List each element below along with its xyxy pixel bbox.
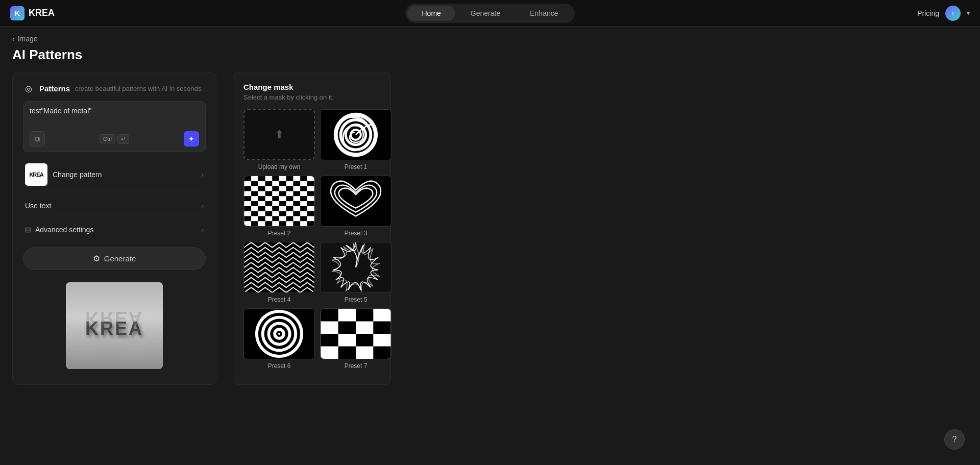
preset4-label: Preset 4 [268,296,291,303]
panel-title: Patterns [39,84,70,93]
advanced-settings-left: ⊟ Advanced settings [25,226,93,234]
panel-header: ◎ Patterns create beautiful patterns wit… [23,83,206,94]
mask-item-preset1[interactable]: Preset 1 [320,109,391,170]
svg-rect-56 [321,176,390,226]
tab-home[interactable]: Home [407,6,455,21]
change-pattern-left: KREA Change pattern [25,163,102,186]
upload-icon: ⬆ [275,128,284,141]
send-button[interactable]: ✦ [184,131,199,146]
svg-rect-73 [373,322,390,334]
shortcut-key2: ↵ [117,134,129,144]
mask-grid: ⬆ Upload my own [243,109,380,370]
copy-button[interactable]: ⧉ [30,131,45,146]
send-icon: ✦ [188,135,194,143]
svg-rect-11 [251,181,258,186]
right-panel: Change mask Select a mask by clicking on… [233,72,391,385]
svg-rect-26 [244,196,251,201]
tab-generate[interactable]: Generate [456,6,514,21]
help-button[interactable]: ? [944,429,965,450]
svg-text:KREA: KREA [85,308,143,329]
svg-rect-22 [265,191,273,196]
app-logo[interactable]: K KREA [10,6,55,20]
pricing-link[interactable]: Pricing [917,9,939,17]
svg-rect-9 [286,176,293,181]
panel-subtitle: create beautiful patterns with AI in sec… [75,85,203,92]
preset1-label: Preset 1 [345,163,368,170]
svg-rect-55 [307,221,314,226]
advanced-settings-row[interactable]: ⊟ Advanced settings › [23,222,206,238]
preset6-label: Preset 6 [268,362,291,370]
svg-rect-49 [286,216,293,221]
svg-rect-34 [293,201,300,206]
mask-item-upload[interactable]: ⬆ Upload my own [243,109,315,170]
mask-preview-preset1 [320,109,391,160]
svg-rect-23 [279,191,286,196]
page-header: ‹ Image AI Patterns [0,27,980,67]
preset3-label: Preset 3 [345,230,368,237]
mask-preview-preset4 [243,242,315,293]
svg-rect-30 [300,196,307,201]
generate-button[interactable]: ⚙ Generate [23,247,206,270]
topnav-right: Pricing i ▾ [917,6,970,21]
svg-point-68 [278,333,280,335]
svg-rect-39 [286,206,293,211]
logo-text: KREA [29,8,55,18]
mask-item-preset2[interactable]: Preset 2 [243,176,315,237]
topnav: K KREA Home Generate Enhance Pricing i ▾ [0,0,980,27]
svg-rect-33 [279,201,286,206]
svg-rect-71 [356,309,373,322]
svg-rect-19 [286,186,293,191]
svg-rect-15 [307,181,314,186]
svg-rect-12 [265,181,273,186]
mask-preview-preset5 [320,242,391,293]
mask-item-preset7[interactable]: Preset 7 [320,308,391,370]
mask-item-preset6[interactable]: Preset 6 [243,308,315,370]
svg-rect-38 [272,206,279,211]
tab-enhance[interactable]: Enhance [516,6,572,21]
shortcut-key1: Ctrl [100,134,115,143]
svg-rect-53 [279,221,286,226]
use-text-label: Use text [25,202,51,210]
mask-item-preset3[interactable]: Preset 3 [320,176,391,237]
change-pattern-label: Change pattern [53,170,102,179]
svg-rect-20 [300,186,307,191]
svg-rect-21 [251,191,258,196]
user-avatar[interactable]: i [945,6,961,21]
svg-rect-35 [307,201,314,206]
mask-item-preset4[interactable]: Preset 4 [243,242,315,303]
svg-rect-29 [286,196,293,201]
svg-rect-48 [272,216,279,221]
mask-item-preset5[interactable]: Preset 5 [320,242,391,303]
mask-preview-upload: ⬆ [243,109,315,160]
change-pattern-row[interactable]: KREA Change pattern › [23,159,206,190]
mask-preview-preset3 [320,176,391,227]
svg-rect-74 [321,334,338,347]
generate-icon: ⚙ [93,254,100,263]
preview-image: KREA KREA [66,282,163,369]
svg-rect-36 [244,206,251,211]
mask-preview-preset6 [243,308,315,359]
nav-tabs: Home Generate Enhance [405,4,574,23]
mask-preview-preset7 [320,308,391,359]
svg-rect-46 [244,216,251,221]
svg-rect-6 [244,176,251,181]
back-arrow-icon: ‹ [12,35,15,43]
svg-rect-42 [265,211,273,216]
use-text-row[interactable]: Use text › [23,198,206,214]
main-content: ◎ Patterns create beautiful patterns wit… [0,72,980,385]
sliders-icon: ⊟ [25,226,31,234]
patterns-icon: ◎ [23,83,34,94]
svg-rect-17 [258,186,265,191]
svg-rect-45 [307,211,314,216]
mask-preview-preset2 [243,176,315,227]
svg-rect-28 [272,196,279,201]
left-panel: ◎ Patterns create beautiful patterns wit… [12,72,216,385]
svg-rect-24 [293,191,300,196]
back-link[interactable]: ‹ Image [12,35,968,43]
change-pattern-chevron-icon: › [201,170,204,179]
chevron-down-icon[interactable]: ▾ [967,10,970,17]
svg-rect-72 [338,322,356,334]
svg-rect-76 [338,347,356,359]
prompt-textarea[interactable]: test"Made of metal" [30,107,199,125]
svg-rect-18 [272,186,279,191]
